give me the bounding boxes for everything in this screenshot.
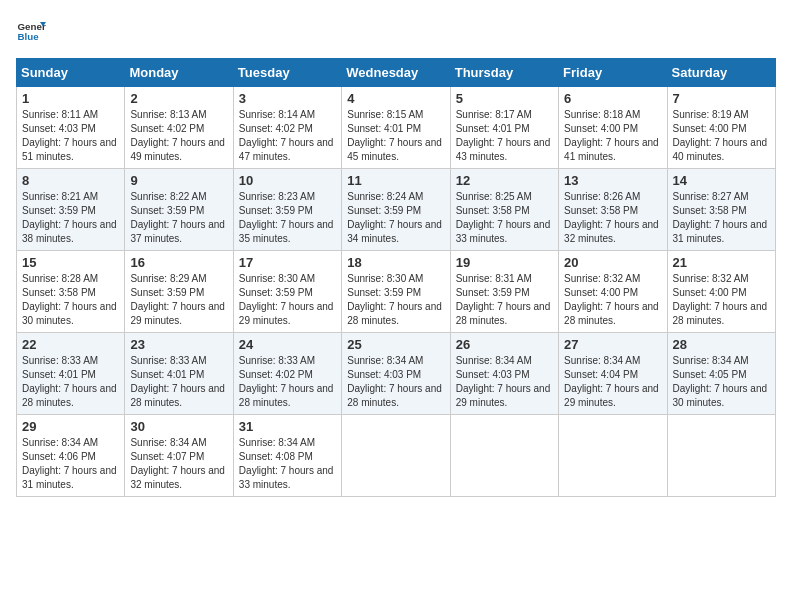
day-info: Sunrise: 8:13 AM Sunset: 4:02 PM Dayligh…	[130, 108, 227, 164]
day-info: Sunrise: 8:34 AM Sunset: 4:05 PM Dayligh…	[673, 354, 770, 410]
calendar-cell: 4 Sunrise: 8:15 AM Sunset: 4:01 PM Dayli…	[342, 87, 450, 169]
day-header-tuesday: Tuesday	[233, 59, 341, 87]
day-number: 16	[130, 255, 227, 270]
day-number: 11	[347, 173, 444, 188]
calendar-cell: 6 Sunrise: 8:18 AM Sunset: 4:00 PM Dayli…	[559, 87, 667, 169]
day-info: Sunrise: 8:30 AM Sunset: 3:59 PM Dayligh…	[239, 272, 336, 328]
day-number: 23	[130, 337, 227, 352]
day-number: 15	[22, 255, 119, 270]
day-info: Sunrise: 8:31 AM Sunset: 3:59 PM Dayligh…	[456, 272, 553, 328]
calendar-cell: 30 Sunrise: 8:34 AM Sunset: 4:07 PM Dayl…	[125, 415, 233, 497]
day-number: 6	[564, 91, 661, 106]
week-row-3: 15 Sunrise: 8:28 AM Sunset: 3:58 PM Dayl…	[17, 251, 776, 333]
day-info: Sunrise: 8:11 AM Sunset: 4:03 PM Dayligh…	[22, 108, 119, 164]
day-number: 22	[22, 337, 119, 352]
day-info: Sunrise: 8:26 AM Sunset: 3:58 PM Dayligh…	[564, 190, 661, 246]
calendar-cell: 1 Sunrise: 8:11 AM Sunset: 4:03 PM Dayli…	[17, 87, 125, 169]
day-info: Sunrise: 8:33 AM Sunset: 4:01 PM Dayligh…	[22, 354, 119, 410]
calendar-cell: 24 Sunrise: 8:33 AM Sunset: 4:02 PM Dayl…	[233, 333, 341, 415]
calendar-cell: 19 Sunrise: 8:31 AM Sunset: 3:59 PM Dayl…	[450, 251, 558, 333]
calendar-cell: 21 Sunrise: 8:32 AM Sunset: 4:00 PM Dayl…	[667, 251, 775, 333]
calendar-cell	[342, 415, 450, 497]
day-info: Sunrise: 8:33 AM Sunset: 4:01 PM Dayligh…	[130, 354, 227, 410]
header: General Blue	[16, 16, 776, 46]
day-info: Sunrise: 8:14 AM Sunset: 4:02 PM Dayligh…	[239, 108, 336, 164]
day-number: 1	[22, 91, 119, 106]
calendar-cell	[559, 415, 667, 497]
day-info: Sunrise: 8:18 AM Sunset: 4:00 PM Dayligh…	[564, 108, 661, 164]
day-number: 2	[130, 91, 227, 106]
day-info: Sunrise: 8:17 AM Sunset: 4:01 PM Dayligh…	[456, 108, 553, 164]
day-info: Sunrise: 8:34 AM Sunset: 4:07 PM Dayligh…	[130, 436, 227, 492]
day-number: 18	[347, 255, 444, 270]
calendar-cell: 12 Sunrise: 8:25 AM Sunset: 3:58 PM Dayl…	[450, 169, 558, 251]
day-info: Sunrise: 8:15 AM Sunset: 4:01 PM Dayligh…	[347, 108, 444, 164]
day-header-sunday: Sunday	[17, 59, 125, 87]
calendar-cell: 23 Sunrise: 8:33 AM Sunset: 4:01 PM Dayl…	[125, 333, 233, 415]
day-info: Sunrise: 8:32 AM Sunset: 4:00 PM Dayligh…	[564, 272, 661, 328]
day-number: 13	[564, 173, 661, 188]
day-number: 10	[239, 173, 336, 188]
day-info: Sunrise: 8:34 AM Sunset: 4:04 PM Dayligh…	[564, 354, 661, 410]
day-info: Sunrise: 8:29 AM Sunset: 3:59 PM Dayligh…	[130, 272, 227, 328]
day-number: 21	[673, 255, 770, 270]
calendar-cell: 2 Sunrise: 8:13 AM Sunset: 4:02 PM Dayli…	[125, 87, 233, 169]
calendar-cell: 14 Sunrise: 8:27 AM Sunset: 3:58 PM Dayl…	[667, 169, 775, 251]
day-number: 17	[239, 255, 336, 270]
calendar-cell: 10 Sunrise: 8:23 AM Sunset: 3:59 PM Dayl…	[233, 169, 341, 251]
day-number: 4	[347, 91, 444, 106]
day-number: 29	[22, 419, 119, 434]
logo: General Blue	[16, 16, 46, 46]
calendar-cell: 25 Sunrise: 8:34 AM Sunset: 4:03 PM Dayl…	[342, 333, 450, 415]
calendar-cell: 29 Sunrise: 8:34 AM Sunset: 4:06 PM Dayl…	[17, 415, 125, 497]
calendar-cell: 5 Sunrise: 8:17 AM Sunset: 4:01 PM Dayli…	[450, 87, 558, 169]
week-row-2: 8 Sunrise: 8:21 AM Sunset: 3:59 PM Dayli…	[17, 169, 776, 251]
calendar-cell: 13 Sunrise: 8:26 AM Sunset: 3:58 PM Dayl…	[559, 169, 667, 251]
calendar-cell: 8 Sunrise: 8:21 AM Sunset: 3:59 PM Dayli…	[17, 169, 125, 251]
calendar-cell: 22 Sunrise: 8:33 AM Sunset: 4:01 PM Dayl…	[17, 333, 125, 415]
day-number: 12	[456, 173, 553, 188]
day-info: Sunrise: 8:33 AM Sunset: 4:02 PM Dayligh…	[239, 354, 336, 410]
day-number: 19	[456, 255, 553, 270]
calendar-cell: 17 Sunrise: 8:30 AM Sunset: 3:59 PM Dayl…	[233, 251, 341, 333]
calendar-cell: 7 Sunrise: 8:19 AM Sunset: 4:00 PM Dayli…	[667, 87, 775, 169]
calendar-table: SundayMondayTuesdayWednesdayThursdayFrid…	[16, 58, 776, 497]
week-row-4: 22 Sunrise: 8:33 AM Sunset: 4:01 PM Dayl…	[17, 333, 776, 415]
calendar-cell: 20 Sunrise: 8:32 AM Sunset: 4:00 PM Dayl…	[559, 251, 667, 333]
day-header-thursday: Thursday	[450, 59, 558, 87]
day-number: 24	[239, 337, 336, 352]
day-header-saturday: Saturday	[667, 59, 775, 87]
calendar-cell: 16 Sunrise: 8:29 AM Sunset: 3:59 PM Dayl…	[125, 251, 233, 333]
day-info: Sunrise: 8:25 AM Sunset: 3:58 PM Dayligh…	[456, 190, 553, 246]
logo-icon: General Blue	[16, 16, 46, 46]
day-number: 28	[673, 337, 770, 352]
day-number: 9	[130, 173, 227, 188]
day-info: Sunrise: 8:32 AM Sunset: 4:00 PM Dayligh…	[673, 272, 770, 328]
calendar-header-row: SundayMondayTuesdayWednesdayThursdayFrid…	[17, 59, 776, 87]
calendar-cell: 28 Sunrise: 8:34 AM Sunset: 4:05 PM Dayl…	[667, 333, 775, 415]
day-number: 20	[564, 255, 661, 270]
day-header-monday: Monday	[125, 59, 233, 87]
day-header-friday: Friday	[559, 59, 667, 87]
day-info: Sunrise: 8:22 AM Sunset: 3:59 PM Dayligh…	[130, 190, 227, 246]
day-number: 8	[22, 173, 119, 188]
calendar-cell	[667, 415, 775, 497]
day-number: 7	[673, 91, 770, 106]
day-info: Sunrise: 8:30 AM Sunset: 3:59 PM Dayligh…	[347, 272, 444, 328]
day-info: Sunrise: 8:19 AM Sunset: 4:00 PM Dayligh…	[673, 108, 770, 164]
day-info: Sunrise: 8:27 AM Sunset: 3:58 PM Dayligh…	[673, 190, 770, 246]
day-number: 5	[456, 91, 553, 106]
calendar-cell: 9 Sunrise: 8:22 AM Sunset: 3:59 PM Dayli…	[125, 169, 233, 251]
day-number: 26	[456, 337, 553, 352]
calendar-cell: 18 Sunrise: 8:30 AM Sunset: 3:59 PM Dayl…	[342, 251, 450, 333]
day-number: 27	[564, 337, 661, 352]
week-row-1: 1 Sunrise: 8:11 AM Sunset: 4:03 PM Dayli…	[17, 87, 776, 169]
day-header-wednesday: Wednesday	[342, 59, 450, 87]
calendar-cell: 11 Sunrise: 8:24 AM Sunset: 3:59 PM Dayl…	[342, 169, 450, 251]
day-number: 14	[673, 173, 770, 188]
calendar-body: 1 Sunrise: 8:11 AM Sunset: 4:03 PM Dayli…	[17, 87, 776, 497]
week-row-5: 29 Sunrise: 8:34 AM Sunset: 4:06 PM Dayl…	[17, 415, 776, 497]
calendar-cell	[450, 415, 558, 497]
svg-text:Blue: Blue	[18, 31, 40, 42]
day-info: Sunrise: 8:34 AM Sunset: 4:06 PM Dayligh…	[22, 436, 119, 492]
